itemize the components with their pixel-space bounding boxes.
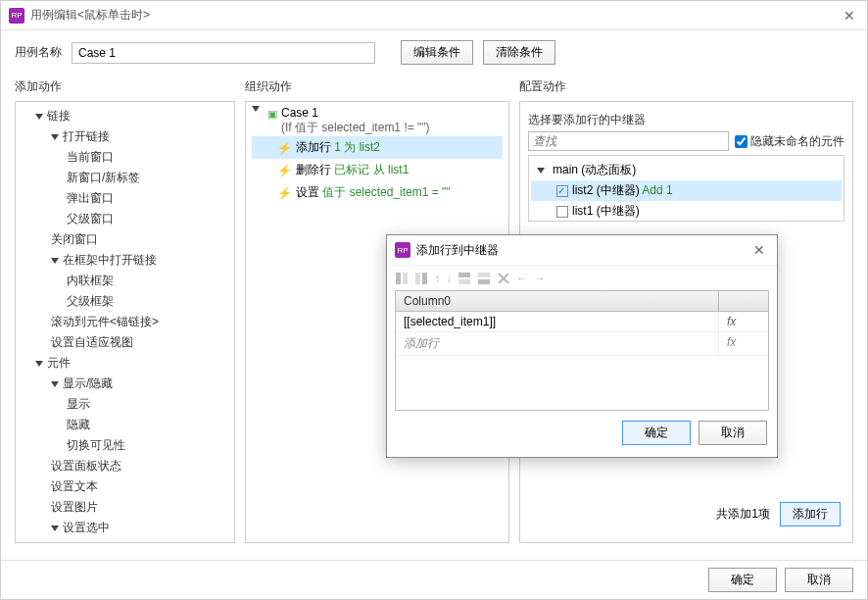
- action-label: 删除行 已标记 从 list1: [296, 162, 409, 178]
- tree-widgets[interactable]: 元件: [18, 353, 232, 374]
- titlebar: RP 用例编辑<鼠标单击时> ✕: [1, 1, 867, 30]
- tree-set-image[interactable]: 设置图片: [18, 497, 232, 518]
- modal-toolbar: ↑ ↓ ← →: [387, 265, 777, 290]
- bolt-icon: ⚡: [277, 164, 292, 177]
- ok-button[interactable]: 确定: [708, 568, 777, 592]
- add-row-below-icon[interactable]: [477, 272, 491, 285]
- modal-cancel-button[interactable]: 取消: [699, 421, 767, 445]
- chevron-down-icon: [51, 258, 59, 264]
- rt-list1-label: list1 (中继器): [572, 203, 640, 220]
- arrow-right-icon[interactable]: →: [534, 272, 546, 285]
- edit-condition-button[interactable]: 编辑条件: [401, 40, 473, 65]
- app-icon: RP: [395, 242, 410, 258]
- search-input[interactable]: [528, 131, 729, 151]
- tree-toggle[interactable]: 切换可见性: [18, 435, 232, 456]
- cell-add-row[interactable]: 添加行: [396, 332, 719, 355]
- tree-popup[interactable]: 弹出窗口: [18, 188, 232, 209]
- modal-title: 添加行到中继器: [416, 242, 499, 259]
- checkbox-checked-icon[interactable]: [556, 185, 568, 197]
- tree-parent-win[interactable]: 父级窗口: [18, 209, 232, 229]
- case-name-row: 用例名称 编辑条件 清除条件: [1, 30, 867, 75]
- svg-rect-5: [458, 279, 470, 284]
- action-tree-panel: 链接 打开链接 当前窗口 新窗口/新标签 弹出窗口 父级窗口 关闭窗口 在框架中…: [15, 101, 235, 543]
- clear-condition-button[interactable]: 清除条件: [483, 40, 555, 65]
- tree-scroll-anchor[interactable]: 滚动到元件<锚链接>: [18, 312, 232, 332]
- rt-list1[interactable]: list1 (中继器): [531, 201, 842, 222]
- add-row-above-icon[interactable]: [458, 272, 471, 285]
- svg-rect-4: [458, 273, 470, 277]
- tree-links[interactable]: 链接: [18, 106, 232, 126]
- rows-grid: Column0 [[selected_item1]] fx 添加行 fx: [395, 290, 769, 411]
- arrow-up-icon[interactable]: ↑: [434, 272, 440, 285]
- chevron-down-icon: [537, 168, 545, 174]
- summary-text: 共添加1项: [716, 506, 770, 523]
- rt-list2[interactable]: list2 (中继器) Add 1: [531, 180, 842, 201]
- tree-panel-state[interactable]: 设置面板状态: [18, 456, 232, 476]
- tree-show[interactable]: 显示: [18, 394, 232, 415]
- tree-show-hide[interactable]: 显示/隐藏: [18, 374, 232, 394]
- action-delete-row[interactable]: ⚡ 删除行 已标记 从 list1: [252, 159, 503, 181]
- fx-button[interactable]: fx: [719, 312, 768, 331]
- window-title: 用例编辑<鼠标单击时>: [30, 7, 150, 24]
- checkbox-icon[interactable]: [556, 206, 568, 218]
- svg-rect-1: [403, 273, 408, 284]
- arrow-left-icon[interactable]: ←: [516, 272, 528, 285]
- app-icon: RP: [9, 8, 24, 24]
- chevron-down-icon: [51, 381, 59, 387]
- action-label: 设置 值于 selected_item1 = "": [296, 184, 451, 201]
- col-header-org: 组织动作: [245, 75, 509, 101]
- grid-body: [[selected_item1]] fx 添加行 fx: [396, 312, 768, 410]
- tree-parent-frame[interactable]: 父级框架: [18, 291, 232, 312]
- tree-open-link[interactable]: 打开链接: [18, 126, 232, 147]
- svg-rect-6: [478, 273, 490, 277]
- tree-selected[interactable]: 选中: [18, 538, 232, 543]
- tree-inline-frame[interactable]: 内联框架: [18, 271, 232, 291]
- search-row: 隐藏未命名的元件: [528, 131, 844, 151]
- col-header-cfg: 配置动作: [519, 75, 853, 101]
- add-col-left-icon[interactable]: [395, 272, 409, 285]
- tree-adaptive[interactable]: 设置自适应视图: [18, 332, 232, 353]
- case-name-input[interactable]: [72, 42, 375, 64]
- tree-set-text[interactable]: 设置文本: [18, 476, 232, 497]
- tree-close-win[interactable]: 关闭窗口: [18, 229, 232, 250]
- rt-main[interactable]: main (动态面板): [531, 160, 842, 180]
- dialog-footer: 确定 取消: [1, 560, 867, 599]
- tree-new-win[interactable]: 新窗口/新标签: [18, 168, 232, 188]
- action-add-row[interactable]: ⚡ 添加行 1 为 list2: [252, 136, 503, 159]
- modal-ok-button[interactable]: 确定: [622, 421, 691, 445]
- col-header-0[interactable]: Column0: [396, 291, 719, 311]
- select-repeater-label: 选择要添加行的中继器: [528, 108, 844, 131]
- close-icon[interactable]: ✕: [840, 8, 859, 24]
- arrow-down-icon[interactable]: ↓: [446, 272, 452, 285]
- repeater-tree: main (动态面板) list2 (中继器) Add 1 list1 (中继器…: [528, 155, 844, 222]
- hide-unnamed-checkbox[interactable]: 隐藏未命名的元件: [735, 133, 844, 150]
- grid-row-add[interactable]: 添加行 fx: [396, 332, 768, 356]
- col-header-add: 添加动作: [15, 75, 235, 101]
- bolt-icon: ⚡: [277, 141, 292, 155]
- chevron-down-icon: [51, 134, 59, 140]
- fx-button[interactable]: fx: [719, 332, 768, 355]
- case-name-label: 用例名称: [15, 44, 62, 61]
- grid-row[interactable]: [[selected_item1]] fx: [396, 312, 768, 332]
- tree-iframe[interactable]: 在框架中打开链接: [18, 250, 232, 271]
- modal-titlebar: RP 添加行到中继器 ✕: [387, 235, 777, 265]
- case-header[interactable]: ▣ Case 1 (If 值于 selected_item1 != ""): [252, 106, 503, 136]
- delete-icon[interactable]: [497, 272, 510, 285]
- tree-set-selected[interactable]: 设置选中: [18, 518, 232, 538]
- action-label: 添加行 1 为 list2: [296, 139, 380, 156]
- cancel-button[interactable]: 取消: [785, 568, 853, 592]
- action-set-value[interactable]: ⚡ 设置 值于 selected_item1 = "": [252, 181, 503, 204]
- add-row-button[interactable]: 添加行: [780, 502, 841, 526]
- col-add-action: 添加动作 链接 打开链接 当前窗口 新窗口/新标签 弹出窗口 父级窗口 关闭窗口…: [15, 75, 235, 543]
- case-name-text: Case 1: [281, 106, 318, 120]
- cell-value[interactable]: [[selected_item1]]: [396, 312, 719, 331]
- tree-hide[interactable]: 隐藏: [18, 415, 232, 435]
- col-header-fx: [719, 291, 768, 311]
- tree-cur-win[interactable]: 当前窗口: [18, 147, 232, 168]
- close-icon[interactable]: ✕: [749, 242, 769, 258]
- add-col-right-icon[interactable]: [414, 272, 428, 285]
- chevron-down-icon: [35, 361, 43, 367]
- svg-rect-0: [396, 273, 401, 284]
- case-root: ▣ Case 1 (If 值于 selected_item1 != "") ⚡ …: [246, 102, 508, 208]
- hide-unnamed-input[interactable]: [735, 135, 747, 148]
